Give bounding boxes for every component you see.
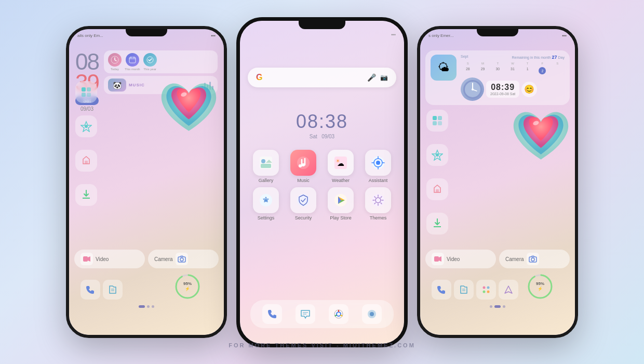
left-heart-decoration bbox=[159, 79, 219, 138]
right-camera-pill[interactable]: Camera bbox=[499, 250, 570, 268]
center-app-themes[interactable]: Themes bbox=[363, 187, 394, 220]
right-digital-time: 08:39 bbox=[490, 83, 515, 92]
svg-text:95%: 95% bbox=[536, 281, 544, 286]
left-phone-icon[interactable] bbox=[81, 280, 100, 300]
left-bottom-icons bbox=[74, 280, 129, 300]
camera-icon bbox=[176, 253, 188, 265]
camera-pill[interactable]: Camera bbox=[148, 250, 219, 268]
center-bottom-dock bbox=[240, 300, 404, 328]
right-video-pill[interactable]: Video bbox=[425, 250, 496, 268]
video-pill[interactable]: Video bbox=[74, 250, 145, 268]
settings-label: Settings bbox=[258, 215, 275, 220]
right-bottom-icons bbox=[425, 280, 525, 300]
center-clock-date: Sat 09/03 bbox=[240, 134, 404, 139]
center-phone-icon[interactable] bbox=[262, 304, 282, 324]
center-clock: 08:38 Sat 09/03 bbox=[240, 95, 404, 142]
watermark: FOR MORE THEMES VISIT - MIUITHEMEZ.COM bbox=[229, 342, 415, 348]
camera-label: Camera bbox=[154, 256, 173, 262]
right-heart-decoration bbox=[511, 107, 571, 167]
themes-label: Themes bbox=[370, 215, 387, 220]
center-phone: ▪▪▪ G 🎤 📷 08:38 Sat 09/03 bbox=[236, 17, 408, 347]
svg-point-31 bbox=[302, 163, 305, 166]
right-page-dots bbox=[420, 305, 575, 308]
themes-icon bbox=[365, 187, 391, 213]
center-app-playstore[interactable]: Play Store bbox=[325, 187, 356, 220]
svg-point-58 bbox=[472, 88, 474, 90]
right-video-camera-section: Video Camera bbox=[425, 250, 570, 272]
svg-point-48 bbox=[337, 312, 341, 316]
weather-icon: ☁☀ bbox=[328, 150, 354, 176]
center-status-right: ▪▪▪ bbox=[391, 32, 396, 37]
security-icon bbox=[290, 187, 316, 213]
right-calendar-days-header: S M T W T F S bbox=[461, 62, 565, 65]
camera-search-icon[interactable]: 📷 bbox=[380, 74, 388, 81]
dot-2 bbox=[152, 305, 154, 308]
svg-marker-16 bbox=[88, 256, 90, 262]
right-app-icon-3[interactable] bbox=[426, 178, 448, 200]
assistant-label: Assistant bbox=[369, 178, 388, 183]
settings-icon bbox=[253, 187, 279, 213]
left-app-icon-4[interactable] bbox=[75, 184, 97, 206]
svg-point-65 bbox=[436, 153, 439, 157]
svg-rect-9 bbox=[82, 93, 86, 97]
center-circle-icon[interactable] bbox=[362, 304, 382, 324]
center-dock-icons bbox=[250, 300, 394, 328]
svg-rect-68 bbox=[434, 256, 439, 262]
svg-point-78 bbox=[483, 287, 486, 289]
right-calendar-days: 28 29 30 31 1 2 bbox=[461, 67, 565, 74]
music-icon bbox=[290, 150, 316, 176]
left-files-icon[interactable] bbox=[103, 280, 123, 300]
left-phone: alls only Em... ▪▪▪ 08 39 Sat 09/03 bbox=[66, 26, 227, 338]
right-dot-2 bbox=[503, 305, 505, 308]
right-analog-clock bbox=[461, 77, 484, 101]
svg-marker-69 bbox=[439, 256, 441, 262]
center-app-assistant[interactable]: Assistant bbox=[363, 150, 394, 183]
svg-rect-61 bbox=[438, 116, 442, 120]
svg-point-79 bbox=[487, 287, 490, 289]
assistant-icon bbox=[365, 150, 391, 176]
heart-svg bbox=[159, 79, 219, 138]
right-phone-icon[interactable] bbox=[432, 280, 451, 300]
right-app-icon-2[interactable] bbox=[426, 144, 448, 166]
left-icons-area bbox=[75, 81, 97, 206]
center-app-gallery[interactable]: Gallery bbox=[250, 150, 281, 183]
center-app-settings[interactable]: Settings bbox=[250, 187, 281, 220]
svg-rect-1 bbox=[129, 57, 136, 63]
svg-rect-66 bbox=[436, 189, 439, 192]
left-app-icon-2[interactable] bbox=[75, 115, 97, 137]
center-app-weather[interactable]: ☁☀ Weather bbox=[325, 150, 356, 183]
svg-point-29 bbox=[297, 157, 310, 169]
left-app-icon-1[interactable] bbox=[75, 81, 97, 103]
svg-rect-62 bbox=[433, 121, 437, 125]
dot-active bbox=[139, 305, 145, 308]
mic-icon[interactable]: 🎤 bbox=[367, 73, 376, 82]
center-messages-icon[interactable] bbox=[296, 304, 315, 324]
right-status-right: ▪▪▪ bbox=[562, 33, 567, 38]
right-clock-row: 08:39 2022-09-08 Sat 😊 bbox=[461, 77, 565, 101]
svg-point-81 bbox=[487, 291, 490, 293]
right-nav-icon[interactable] bbox=[499, 280, 518, 300]
center-app-music[interactable]: Music bbox=[288, 150, 319, 183]
svg-line-50 bbox=[335, 315, 337, 316]
center-app-security[interactable]: Security bbox=[288, 187, 319, 220]
right-digital-clock: 08:39 2022-09-08 Sat bbox=[486, 81, 519, 98]
music-app-label: Music bbox=[297, 178, 310, 183]
right-icons-area bbox=[426, 110, 448, 235]
right-app-icon-1[interactable] bbox=[426, 110, 448, 132]
center-search-bar[interactable]: G 🎤 📷 bbox=[248, 68, 396, 87]
right-battery-widget: 95% ⚡ bbox=[527, 274, 553, 300]
svg-rect-13 bbox=[85, 161, 88, 164]
security-label: Security bbox=[295, 215, 312, 220]
center-chrome-icon[interactable] bbox=[329, 304, 348, 324]
right-dot-1 bbox=[490, 305, 492, 308]
right-apps-icon[interactable] bbox=[476, 280, 496, 300]
right-app-icon-4[interactable] bbox=[426, 213, 448, 235]
right-top-widget: 🌤 Sept Remaining in this month 27 Day bbox=[425, 50, 570, 105]
right-video-camera-row: Video Camera bbox=[425, 250, 570, 268]
right-files-icon[interactable] bbox=[454, 280, 474, 300]
left-app-icon-3[interactable] bbox=[75, 150, 97, 172]
svg-rect-26 bbox=[261, 164, 271, 168]
svg-rect-10 bbox=[87, 93, 91, 97]
left-calendar-widget[interactable]: Today This month This year bbox=[104, 50, 218, 73]
right-video-label: Video bbox=[447, 256, 460, 262]
